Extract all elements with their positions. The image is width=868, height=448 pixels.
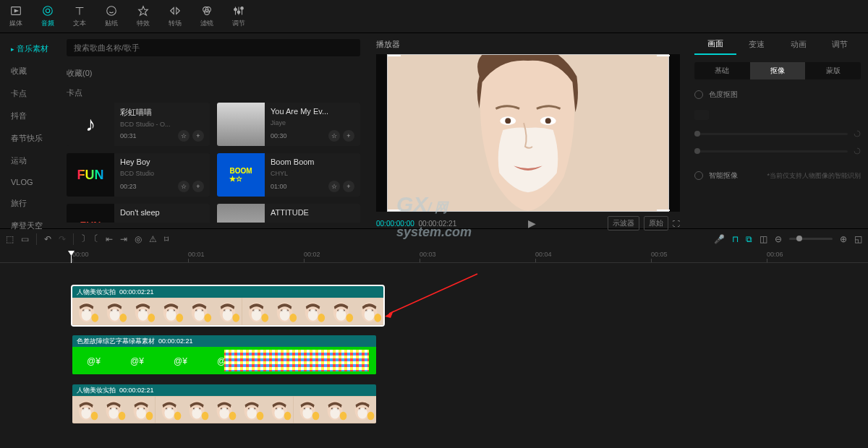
- svg-point-50: [233, 314, 240, 322]
- svg-point-113: [164, 408, 174, 418]
- sidebar-item-fav[interactable]: 收藏: [0, 60, 58, 82]
- split-icon[interactable]: 〕〔: [81, 233, 98, 245]
- fav-icon[interactable]: ☆: [328, 130, 340, 142]
- select-tool-icon[interactable]: ⬚: [6, 234, 14, 244]
- time-ruler[interactable]: 00:00 00:01 00:02 00:03 00:04 00:05 00:0…: [0, 249, 868, 263]
- music-card[interactable]: ♪ 彩虹喵喵BCD Studio - O...00:31☆+: [67, 103, 210, 146]
- original-button[interactable]: 原始: [644, 216, 668, 231]
- filter-tab[interactable]: 滤镜: [191, 0, 223, 33]
- zoom-slider[interactable]: [789, 238, 833, 240]
- music-card[interactable]: ATTITUDEZHANG JUN: [217, 204, 360, 223]
- rp-tabs: 画面 变速 动画 调节: [694, 33, 861, 55]
- search-input[interactable]: [67, 39, 360, 56]
- warn-icon[interactable]: ⚠: [149, 234, 157, 244]
- reset-icon[interactable]: [854, 130, 861, 137]
- video-clip[interactable]: 人物美妆实拍 00:00:02:21: [72, 286, 383, 325]
- transition-tab[interactable]: 转场: [159, 0, 191, 33]
- svg-point-67: [307, 309, 318, 321]
- fav-icon[interactable]: ☆: [178, 181, 190, 192]
- video-clip[interactable]: 人物美妆实拍 00:00:02:21: [72, 384, 376, 423]
- preview-image: [388, 55, 668, 211]
- zoom-in-icon[interactable]: ⊕: [840, 234, 847, 244]
- time-current: 00:00:00:00: [376, 220, 414, 228]
- tab-adjust[interactable]: 调节: [820, 33, 861, 55]
- svg-point-73: [336, 309, 346, 321]
- svg-point-31: [138, 309, 148, 321]
- svg-point-44: [205, 314, 212, 322]
- shadow-slider[interactable]: [694, 150, 848, 152]
- sidebar-item-music[interactable]: 音乐素材: [0, 38, 58, 60]
- tab-speed[interactable]: 变速: [736, 33, 778, 55]
- adjust-tab[interactable]: 调节: [223, 0, 255, 33]
- text-tab[interactable]: 文本: [64, 0, 95, 33]
- preview-icon[interactable]: ◫: [760, 234, 767, 244]
- media-tab[interactable]: 媒体: [0, 0, 32, 33]
- chroma-checkbox[interactable]: [694, 90, 703, 99]
- tab-anim[interactable]: 动画: [778, 33, 820, 55]
- timeline[interactable]: 00:00 00:01 00:02 00:03 00:04 00:05 00:0…: [0, 249, 868, 448]
- add-icon[interactable]: +: [343, 181, 354, 192]
- effect-tab[interactable]: 特效: [127, 0, 159, 33]
- sidebar-item-travel[interactable]: 旅行: [0, 192, 58, 215]
- zoom-fit-icon[interactable]: ◱: [854, 234, 862, 244]
- chroma-label: 色度抠图: [709, 90, 738, 100]
- intensity-slider[interactable]: [694, 133, 848, 135]
- svg-point-26: [119, 314, 127, 322]
- selection-mode-icon[interactable]: ▭: [21, 234, 29, 244]
- add-icon[interactable]: +: [192, 181, 204, 192]
- color-picker[interactable]: [694, 110, 709, 120]
- sidebar-item-douyin[interactable]: 抖音: [0, 105, 58, 127]
- music-card[interactable]: You Are My Ev...Jiaye00:30☆+: [217, 103, 360, 146]
- zoom-out-icon[interactable]: ⊖: [775, 234, 782, 244]
- delete-right-icon[interactable]: ⇥: [120, 234, 127, 244]
- fav-icon[interactable]: ☆: [178, 130, 190, 142]
- clip-thumbnails: @¥@¥@¥@¥: [72, 347, 376, 374]
- player-viewport[interactable]: [376, 54, 680, 212]
- svg-point-25: [110, 309, 120, 321]
- svg-point-131: [247, 408, 257, 418]
- music-card[interactable]: FUN Don't sleepBCD Studio: [67, 204, 210, 223]
- reset-icon[interactable]: [854, 147, 861, 155]
- subtab-cutout[interactable]: 抠像: [750, 62, 806, 79]
- sidebar-item-vlog[interactable]: VLOG: [0, 172, 58, 192]
- music-card[interactable]: FUN Hey BoyBCD Studio00:23☆+: [67, 153, 210, 197]
- video-clip[interactable]: 色差故障综艺字幕绿幕素材 00:00:02:21 @¥@¥@¥@¥: [72, 335, 376, 374]
- subtab-basic[interactable]: 基础: [694, 62, 750, 79]
- mic-icon[interactable]: 🎤: [714, 234, 725, 244]
- svg-point-43: [195, 309, 205, 321]
- link-icon[interactable]: ⧉: [746, 234, 752, 244]
- svg-point-138: [284, 412, 292, 420]
- sidebar-item-beat[interactable]: 卡点: [0, 82, 58, 105]
- tab-canvas[interactable]: 画面: [694, 33, 736, 55]
- crop-icon[interactable]: ⌑: [164, 234, 169, 244]
- svg-point-68: [318, 314, 325, 322]
- fullscreen-icon[interactable]: ⛶: [673, 220, 680, 228]
- svg-point-137: [275, 408, 284, 418]
- subtab-mask[interactable]: 蒙版: [805, 62, 861, 79]
- delete-left-icon[interactable]: ⇤: [106, 234, 113, 244]
- audio-tab[interactable]: 音频: [32, 0, 64, 33]
- time-total: 00:00:02:21: [418, 220, 456, 228]
- playhead[interactable]: [71, 251, 72, 263]
- sidebar-item-sport[interactable]: 运动: [0, 150, 58, 172]
- redo-icon[interactable]: ↷: [59, 234, 66, 244]
- sidebar-item-spring[interactable]: 春节快乐: [0, 127, 58, 150]
- clip-thumbnails: [72, 298, 383, 325]
- sticker-tab[interactable]: 贴纸: [95, 0, 127, 33]
- music-card[interactable]: BOOM★☆ Boom BoomCHYL01:00☆+: [217, 153, 360, 197]
- svg-point-95: [81, 408, 90, 418]
- svg-point-102: [119, 412, 126, 420]
- add-icon[interactable]: +: [343, 130, 354, 142]
- fav-icon[interactable]: ☆: [328, 181, 340, 192]
- magnet-icon[interactable]: ⊓: [732, 234, 739, 244]
- play-button[interactable]: ▶: [528, 217, 536, 229]
- fav-count: 收藏(0): [67, 68, 360, 79]
- svg-point-55: [251, 309, 261, 321]
- undo-icon[interactable]: ↶: [44, 234, 51, 244]
- smart-checkbox[interactable]: [694, 171, 703, 180]
- oscilloscope-button[interactable]: 示波器: [608, 216, 639, 231]
- freeze-icon[interactable]: ◎: [135, 234, 142, 244]
- svg-point-49: [223, 309, 233, 321]
- properties-panel: 画面 变速 动画 调节 基础 抠像 蒙版 色度抠图 智能抠像*当前仅支持人物图像…: [687, 33, 868, 228]
- add-icon[interactable]: +: [192, 130, 204, 142]
